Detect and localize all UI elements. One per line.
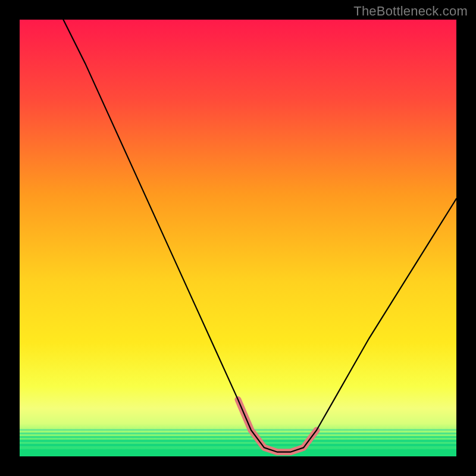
chart-frame: TheBottleneck.com <box>0 0 476 476</box>
watermark-text: TheBottleneck.com <box>353 4 468 19</box>
bottleneck-curve <box>63 20 456 452</box>
plot-area <box>20 20 456 456</box>
curve-layer <box>20 20 456 456</box>
